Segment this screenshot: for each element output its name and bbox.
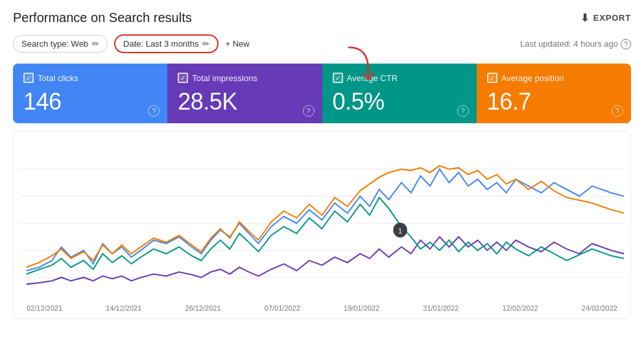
x-axis: 02/12/2021 14/12/2021 26/12/2021 07/01/2… [20,300,624,312]
impressions-help-icon[interactable]: ? [303,105,315,117]
export-button[interactable]: ⬇ EXPORT [580,12,631,24]
date-label: Date: Last 3 months [123,39,198,49]
x-label-5: 31/01/2022 [423,304,459,312]
ctr-help-icon[interactable]: ? [457,105,469,117]
ctr-checkbox[interactable]: ✓ [333,73,343,83]
search-type-label: Search type: Web [21,39,88,49]
metric-card-impressions[interactable]: ✓ Total impressions 28.5K ? [167,64,322,123]
search-type-filter[interactable]: Search type: Web ✏ [13,35,108,53]
chart-area: 1 02/12/2021 14/12/2021 26/12/2021 07/01… [13,131,631,319]
impressions-label: Total impressions [192,73,257,83]
clicks-line [27,169,624,271]
impressions-checkbox[interactable]: ✓ [178,73,188,83]
chart-svg: 1 [20,142,624,298]
x-label-0: 02/12/2021 [27,304,62,312]
clicks-label-row: ✓ Total clicks [23,73,157,83]
x-label-1: 14/12/2021 [106,304,141,312]
metric-card-clicks[interactable]: ✓ Total clicks 146 ? [13,64,167,123]
x-label-2: 26/12/2021 [185,304,221,312]
add-new-button[interactable]: + New [225,39,249,49]
last-updated: Last updated: 4 hours ago ? [520,39,631,49]
impressions-value: 28.5K [178,88,311,115]
ctr-value: 0.5% [333,88,466,115]
last-updated-text: Last updated: 4 hours ago [520,39,618,49]
last-updated-help-icon[interactable]: ? [621,39,631,49]
x-label-6: 12/02/2022 [503,304,538,312]
x-label-7: 24/02/2022 [582,304,617,312]
position-value: 16.7 [487,88,621,115]
metric-card-ctr[interactable]: ✓ Average CTR 0.5% ? [322,64,477,123]
filter-row: Search type: Web ✏ Date: Last 3 months ✏… [13,34,631,53]
clicks-help-icon[interactable]: ? [148,105,160,117]
position-label-row: ✓ Average position [487,73,621,83]
add-new-label: + New [225,39,249,49]
ctr-label-row: ✓ Average CTR [333,73,466,83]
header-row: Performance on Search results ⬇ EXPORT [13,10,631,25]
clicks-value: 146 [23,88,157,115]
clicks-label: Total clicks [38,73,78,83]
position-help-icon[interactable]: ? [612,105,623,117]
edit-icon: ✏ [92,39,99,49]
chart-tooltip-text: 1 [398,227,402,235]
metric-card-position[interactable]: ✓ Average position 16.7 ? [477,64,631,123]
metrics-row: ✓ Total clicks 146 ? ✓ Total impressions… [13,64,631,123]
x-label-4: 19/01/2022 [344,304,379,312]
edit-icon-date: ✏ [202,39,209,49]
ctr-label: Average CTR [347,73,398,83]
position-label: Average position [501,73,564,83]
date-filter[interactable]: Date: Last 3 months ✏ [114,34,219,53]
export-icon: ⬇ [580,12,590,24]
clicks-checkbox[interactable]: ✓ [23,73,34,83]
page-title: Performance on Search results [13,10,192,25]
main-container: Performance on Search results ⬇ EXPORT S… [0,0,644,330]
impressions-label-row: ✓ Total impressions [178,73,311,83]
export-label: EXPORT [593,13,631,23]
position-checkbox[interactable]: ✓ [487,73,497,83]
x-label-3: 07/01/2022 [265,304,300,312]
